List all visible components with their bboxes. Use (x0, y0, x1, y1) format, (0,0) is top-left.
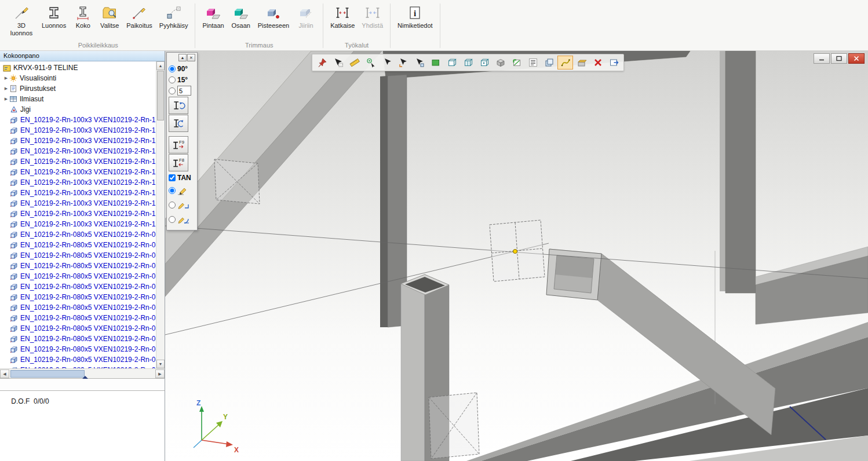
tangent-checkbox[interactable] (169, 174, 176, 181)
snap-pick-icon[interactable] (411, 56, 427, 69)
profile-curve-icon[interactable] (557, 56, 573, 69)
scroll-right-icon[interactable]: ▶ (155, 369, 165, 378)
scroll-left-icon[interactable]: ◀ (0, 369, 9, 378)
splitter-grip-icon[interactable] (82, 376, 88, 379)
tree-part-item[interactable]: EN_10219-2-Rn-080x5 VXEN10219-2-Rn-0 (0, 271, 156, 281)
flip-f8-button[interactable]: F8 (169, 154, 188, 171)
vertical-scrollbar[interactable]: ▲ ▼ (156, 61, 165, 368)
tree-part-item[interactable]: EN_10219-2-Rn-100x3 VXEN10219-2-Rn-1 (0, 219, 156, 229)
copy-parts-icon[interactable] (541, 56, 557, 69)
tree-part-item[interactable]: EN_10219-2-Rn-080x5 VXEN10219-2-Rn-0 (0, 240, 156, 250)
tree-part-item[interactable]: EN_10219-2-Rn-080x5 VXEN10219-2-Rn-0 (0, 302, 156, 313)
sweep-button[interactable]: Pyyhkäisy (156, 2, 192, 31)
selection-point[interactable] (513, 250, 517, 254)
box-wireframe-3-icon[interactable] (476, 56, 492, 69)
tree-part-item[interactable]: EN_10219-2-Rn-080x5 VXEN10219-2-Rn-0 (0, 313, 156, 323)
tree-part-item[interactable]: EN_10219-2-Rn-100x3 VXEN10219-2-Rn-1 (0, 115, 156, 125)
tree-part-item[interactable]: EN_10219-2-Rn-100x3 VXEN10219-2-Rn-1 (0, 136, 156, 146)
tree-node-jigi[interactable]: Jigi (0, 104, 156, 115)
angle-custom-radio[interactable] (169, 87, 176, 94)
export-view-icon[interactable] (606, 56, 622, 69)
horizontal-scroll-thumb[interactable] (10, 370, 85, 378)
tree-part-item[interactable]: EN_10219-2-Rn-080x5 VXEN10219-2-Rn-0 (0, 250, 156, 261)
angle-custom-option[interactable] (169, 85, 195, 96)
solid-cube-icon[interactable] (493, 56, 508, 69)
tree-root-node[interactable]: KRVX-911-9 TELINE (0, 63, 156, 73)
tree-node-visualisointi[interactable]: ▶ Visualisointi (0, 73, 156, 83)
trim-to-miter-button[interactable]: Jiiriin (293, 2, 319, 31)
trim-to-point-button[interactable]: Pisteeseen (254, 2, 293, 31)
draw-mode-angle[interactable] (169, 212, 195, 226)
size-button[interactable]: Koko (70, 2, 96, 31)
tree-part-item[interactable]: EN_10219-2-Rn-080x5 VXEN10219-2-Rn-0 (0, 292, 156, 302)
rotate-ccw-button[interactable] (169, 115, 188, 132)
item-info-button[interactable]: i Nimiketiedot (394, 2, 436, 31)
expand-arrow-icon[interactable]: ▶ (3, 86, 9, 91)
join-button[interactable]: Yhdistä (358, 2, 386, 31)
viewport-canvas[interactable]: Z Y X (165, 51, 868, 461)
minimize-icon[interactable] (814, 53, 830, 64)
positioning-button[interactable]: Paikoitus (123, 2, 156, 31)
angle-15-option[interactable]: 15° (169, 74, 195, 85)
viewport-3d[interactable]: Z Y X ▲ ✕ (165, 51, 868, 461)
flip-f9-button[interactable]: F9 (169, 136, 188, 153)
tree-part-item[interactable]: EN_10219-2-Rn-100x3 VXEN10219-2-Rn-1 (0, 146, 156, 156)
draw-ortho-radio[interactable] (169, 202, 176, 208)
tree-part-item[interactable]: EN_10219-2-Rn-100x3 VXEN10219-2-Rn-1 (0, 198, 156, 208)
component-bin-icon[interactable] (574, 56, 589, 69)
tree-part-item[interactable]: EN_10219-2-Rn-100x3 VXEN10219-2-Rn-1 (0, 208, 156, 219)
box-wireframe-2-icon[interactable] (460, 56, 476, 69)
tree-part-item[interactable]: EN_10219-2-Rn-080x5 VXEN10219-2-Rn-0 (0, 281, 156, 292)
face-highlight-icon[interactable] (428, 56, 443, 69)
angle-15-radio[interactable] (169, 76, 176, 83)
select-button[interactable]: Valitse (96, 2, 123, 31)
snap-free-icon[interactable] (379, 56, 395, 69)
box-wireframe-1-icon[interactable] (444, 56, 459, 69)
tree-part-item[interactable]: EN_10219-2-Rn-080x5 VXEN10219-2-Rn-0 (0, 261, 156, 271)
trim-to-surface-button[interactable]: Pintaan (199, 2, 227, 31)
panel-close-icon[interactable]: ✕ (187, 54, 195, 61)
measure-ruler-icon[interactable] (347, 56, 362, 69)
tangent-option[interactable]: TAN (169, 172, 195, 183)
draw-mode-ortho[interactable] (169, 197, 195, 212)
draw-angle-radio[interactable] (169, 216, 176, 223)
close-icon[interactable] (848, 53, 865, 64)
maximize-icon[interactable] (831, 53, 847, 64)
part-list-icon[interactable] (525, 56, 541, 69)
custom-angle-input[interactable] (177, 86, 191, 96)
tree-part-item[interactable]: EN_10219-2-Rn-100x3 VXEN10219-2-Rn-1 (0, 167, 156, 177)
tree-part-item[interactable]: EN_10219-2-Rn-100x3 VXEN10219-2-Rn-1 (0, 188, 156, 198)
snap-center-icon[interactable] (363, 56, 378, 69)
angle-90-option[interactable]: 90° (169, 63, 195, 74)
sketch-button[interactable]: Luonnos (38, 2, 70, 31)
select-frame-icon[interactable] (330, 56, 346, 69)
draw-mode-free[interactable] (169, 183, 195, 197)
tree-node-piirustukset[interactable]: ▶ Piirustukset (0, 83, 156, 94)
expand-arrow-icon[interactable]: ▶ (3, 76, 9, 81)
section-box-icon[interactable] (509, 56, 524, 69)
draw-free-radio[interactable] (169, 187, 176, 194)
tree-part-item[interactable]: EN_10219-2-Rn-100x3 VXEN10219-2-Rn-1 (0, 125, 156, 136)
3d-sketch-button[interactable]: 3D luonnos (5, 2, 38, 38)
break-button[interactable]: Katkaise (327, 2, 358, 31)
tree-part-item[interactable]: EN_10219-2-Rn-080x5 VXEN10219-2-Rn-0 (0, 229, 156, 240)
tree-node-ilmiasut[interactable]: ▶ Ilmiasut (0, 94, 156, 104)
tree-part-item[interactable]: EN_10219-2-Rn-080x5 VXEN10219-2-Rn-0 (0, 344, 156, 354)
scroll-up-icon[interactable]: ▲ (156, 61, 165, 70)
tree-part-item[interactable]: EN_10219-2-Rn-080x5 VXEN10219-2-Rn-0 (0, 323, 156, 334)
angle-90-radio[interactable] (169, 65, 176, 72)
rotate-cw-button[interactable] (169, 97, 188, 114)
snap-corner-icon[interactable] (395, 56, 411, 69)
expand-arrow-icon[interactable]: ▶ (3, 97, 9, 101)
panel-collapse-icon[interactable]: ▲ (178, 54, 187, 61)
tree-part-item[interactable]: EN_10219-2-Rn-100x3 VXEN10219-2-Rn-1 (0, 156, 156, 167)
trim-to-part-button[interactable]: Osaan (228, 2, 254, 31)
scroll-down-icon[interactable]: ▼ (156, 360, 165, 368)
pin-icon[interactable] (314, 56, 330, 69)
ribbon-separator (323, 3, 323, 48)
tree-part-item[interactable]: EN_10219-2-Rn-100x3 VXEN10219-2-Rn-1 (0, 177, 156, 188)
tree-part-item[interactable]: EN_10219-2-Rn-080x5 VXEN10219-2-Rn-0 (0, 334, 156, 344)
tree-part-item[interactable]: EN_10219-2-Rn-080x5 VXEN10219-2-Rn-0 (0, 354, 156, 365)
delete-icon[interactable] (590, 56, 606, 69)
vertical-scroll-thumb[interactable] (157, 71, 164, 120)
